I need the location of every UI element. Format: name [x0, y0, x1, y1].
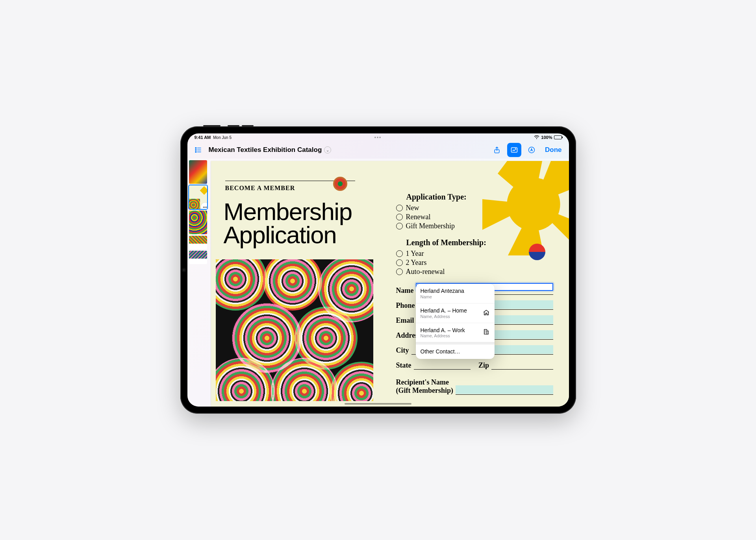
- radio-1year[interactable]: 1 Year: [396, 250, 553, 258]
- field-recipient[interactable]: [456, 385, 553, 395]
- length-heading: Length of Membership:: [406, 238, 553, 247]
- svg-rect-7: [511, 148, 517, 152]
- radio-auto[interactable]: Auto-renewal: [396, 268, 553, 276]
- label-state: State: [396, 361, 411, 370]
- svg-point-0: [195, 148, 196, 149]
- battery-percent: 100%: [541, 135, 552, 140]
- label-name: Name: [396, 287, 414, 295]
- autofill-item-home[interactable]: Herland A. – Home Name, Address: [416, 303, 495, 323]
- decoration-textile-art: [216, 259, 373, 401]
- document-page: BECOME A MEMBER Membership Application: [211, 161, 569, 407]
- volume-up-button: [228, 125, 239, 126]
- document-title-text: Mexican Textiles Exhibition Catalog: [209, 146, 322, 154]
- front-camera: [183, 269, 185, 271]
- autofill-item-name[interactable]: Herland Antezana Name: [416, 284, 495, 303]
- screen: 9:41 AM Mon Jun 5 ••• 100% Mexican Texti…: [187, 133, 569, 407]
- volume-down-button: [242, 125, 254, 126]
- svg-point-4: [195, 152, 196, 153]
- power-button: [203, 125, 220, 126]
- status-date: Mon Jun 5: [213, 135, 232, 140]
- label-zip: Zip: [478, 361, 489, 370]
- wifi-icon: [534, 135, 539, 139]
- application-type-heading: Application Type:: [406, 192, 553, 202]
- multitask-dots[interactable]: •••: [374, 135, 382, 140]
- chevron-down-icon: ⌄: [324, 146, 331, 153]
- label-city: City: [396, 346, 409, 355]
- page-title: Membership Application: [224, 200, 352, 247]
- field-state[interactable]: [414, 359, 471, 370]
- autofill-other-contact[interactable]: Other Contact…: [416, 344, 495, 359]
- page-thumbnails: •••: [187, 159, 209, 407]
- thumbnail-page-4[interactable]: [189, 236, 207, 249]
- thumbnail-page-5[interactable]: [189, 251, 207, 264]
- radio-renewal[interactable]: Renewal: [396, 213, 553, 221]
- radio-gift[interactable]: Gift Membership: [396, 222, 553, 230]
- label-recipient: Recipient's Name (Gift Membership): [396, 378, 453, 395]
- sidebar-toggle-button[interactable]: [191, 143, 206, 157]
- document-title[interactable]: Mexican Textiles Exhibition Catalog ⌄: [209, 146, 332, 154]
- autofill-button[interactable]: [524, 143, 539, 157]
- battery-icon: [554, 135, 562, 139]
- building-icon: [483, 328, 490, 337]
- page-overline: BECOME A MEMBER: [225, 185, 295, 192]
- autofill-item-work[interactable]: Herland A. – Work Name, Address: [416, 323, 495, 342]
- label-phone: Phone: [396, 301, 415, 310]
- home-indicator[interactable]: [345, 403, 411, 405]
- membership-form: Application Type: New Renewal Gift Membe…: [396, 192, 553, 395]
- decoration-medallion: [333, 177, 347, 191]
- radio-2years[interactable]: 2 Years: [396, 259, 553, 267]
- share-button[interactable]: [490, 143, 504, 157]
- svg-rect-16: [487, 331, 488, 334]
- ipad-frame: 9:41 AM Mon Jun 5 ••• 100% Mexican Texti…: [180, 126, 576, 414]
- thumbnail-page-3[interactable]: [189, 211, 207, 234]
- field-zip[interactable]: [491, 359, 553, 370]
- radio-new[interactable]: New: [396, 204, 553, 212]
- home-icon: [483, 309, 490, 317]
- done-button[interactable]: Done: [542, 146, 565, 154]
- thumbnail-page-2[interactable]: •••: [189, 185, 207, 209]
- status-time: 9:41 AM: [195, 135, 211, 140]
- toolbar: Mexican Textiles Exhibition Catalog ⌄ Do…: [187, 141, 569, 159]
- autofill-popover: Herland Antezana Name Herland A. – Home …: [416, 284, 495, 359]
- status-bar: 9:41 AM Mon Jun 5 ••• 100%: [187, 133, 569, 141]
- markup-button[interactable]: [507, 143, 521, 157]
- svg-point-2: [195, 150, 196, 151]
- label-email: Email: [396, 316, 414, 325]
- svg-rect-15: [484, 329, 487, 334]
- thumbnail-page-1[interactable]: [189, 160, 207, 184]
